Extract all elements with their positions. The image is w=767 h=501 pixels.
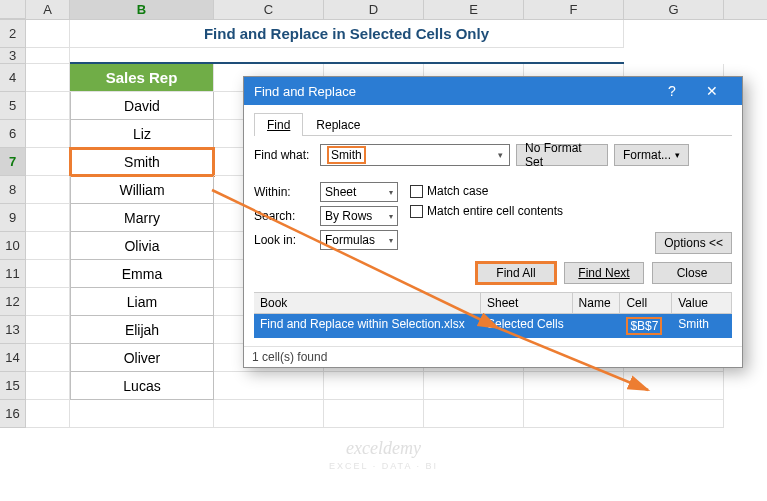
results-sheet: Selected Cells xyxy=(481,314,573,338)
row-header[interactable]: 10 xyxy=(0,232,26,260)
find-what-input[interactable]: Smith ▾ xyxy=(320,144,510,166)
lookin-select[interactable]: Formulas xyxy=(320,230,398,250)
dialog-title: Find and Replace xyxy=(254,84,652,99)
match-entire-label: Match entire cell contents xyxy=(427,204,563,218)
find-all-button[interactable]: Find All xyxy=(476,262,556,284)
results-name xyxy=(573,314,621,338)
col-header-g[interactable]: G xyxy=(624,0,724,19)
within-label: Within: xyxy=(254,185,314,199)
search-label: Search: xyxy=(254,209,314,223)
status-bar: 1 cell(s) found xyxy=(244,346,742,367)
table-row-selected[interactable]: Smith xyxy=(70,148,214,176)
results-header-sheet[interactable]: Sheet xyxy=(481,293,573,313)
find-next-button[interactable]: Find Next xyxy=(564,262,644,284)
find-replace-dialog: Find and Replace ? ✕ Find Replace Find w… xyxy=(243,76,743,368)
results-book: Find and Replace within Selection.xlsx xyxy=(254,314,481,338)
col-header-f[interactable]: F xyxy=(524,0,624,19)
options-button[interactable]: Options << xyxy=(655,232,732,254)
table-row[interactable]: Liam xyxy=(70,288,214,316)
col-header-b[interactable]: B xyxy=(70,0,214,19)
row-header[interactable]: 6 xyxy=(0,120,26,148)
watermark: exceldemy xyxy=(346,438,421,459)
match-entire-checkbox[interactable] xyxy=(410,205,423,218)
row-header[interactable]: 7 xyxy=(0,148,26,176)
table-row[interactable]: David xyxy=(70,92,214,120)
match-case-checkbox[interactable] xyxy=(410,185,423,198)
table-row[interactable]: William xyxy=(70,176,214,204)
results-header-name[interactable]: Name xyxy=(573,293,621,313)
table-row[interactable]: Elijah xyxy=(70,316,214,344)
row-header[interactable]: 3 xyxy=(0,48,26,64)
results-cell: $B$7 xyxy=(620,314,672,338)
row-header[interactable]: 11 xyxy=(0,260,26,288)
search-select[interactable]: By Rows xyxy=(320,206,398,226)
row-header[interactable]: 16 xyxy=(0,400,26,428)
table-row[interactable]: Marry xyxy=(70,204,214,232)
format-button[interactable]: Format... xyxy=(614,144,689,166)
page-title: Find and Replace in Selected Cells Only xyxy=(70,20,624,48)
table-row[interactable]: Oliver xyxy=(70,344,214,372)
lookin-label: Look in: xyxy=(254,233,314,247)
row-header[interactable]: 5 xyxy=(0,92,26,120)
row-header[interactable]: 12 xyxy=(0,288,26,316)
col-header-a[interactable]: A xyxy=(26,0,70,19)
tab-replace[interactable]: Replace xyxy=(303,113,373,136)
tab-find[interactable]: Find xyxy=(254,113,303,136)
dialog-tabs: Find Replace xyxy=(254,113,732,136)
results-header-book[interactable]: Book xyxy=(254,293,481,313)
col-header-e[interactable]: E xyxy=(424,0,524,19)
row-header[interactable]: 4 xyxy=(0,64,26,92)
column-headers: A B C D E F G xyxy=(0,0,767,20)
help-icon[interactable]: ? xyxy=(652,83,692,99)
results-row[interactable]: Find and Replace within Selection.xlsx S… xyxy=(254,314,732,338)
table-row[interactable]: Liz xyxy=(70,120,214,148)
corner-cell[interactable] xyxy=(0,0,26,19)
no-format-button[interactable]: No Format Set xyxy=(516,144,608,166)
find-what-value: Smith xyxy=(327,146,366,164)
col-header-d[interactable]: D xyxy=(324,0,424,19)
find-what-label: Find what: xyxy=(254,148,314,162)
row-header[interactable]: 14 xyxy=(0,344,26,372)
row-header[interactable]: 8 xyxy=(0,176,26,204)
close-icon[interactable]: ✕ xyxy=(692,83,732,99)
match-case-label: Match case xyxy=(427,184,488,198)
table-row[interactable]: Emma xyxy=(70,260,214,288)
table-row[interactable]: Olivia xyxy=(70,232,214,260)
table-header[interactable]: Sales Rep xyxy=(70,64,214,92)
row-header[interactable]: 9 xyxy=(0,204,26,232)
row-header[interactable]: 13 xyxy=(0,316,26,344)
dialog-titlebar[interactable]: Find and Replace ? ✕ xyxy=(244,77,742,105)
row-header[interactable]: 15 xyxy=(0,372,26,400)
results-header-value[interactable]: Value xyxy=(672,293,732,313)
results-list: Book Sheet Name Cell Value Find and Repl… xyxy=(254,292,732,338)
table-row[interactable]: Lucas xyxy=(70,372,214,400)
results-header-cell[interactable]: Cell xyxy=(620,293,672,313)
within-select[interactable]: Sheet xyxy=(320,182,398,202)
row-header[interactable]: 2 xyxy=(0,20,26,48)
watermark-sub: EXCEL · DATA · BI xyxy=(329,461,438,471)
results-value: Smith xyxy=(672,314,732,338)
col-header-c[interactable]: C xyxy=(214,0,324,19)
chevron-down-icon[interactable]: ▾ xyxy=(498,150,503,160)
close-button[interactable]: Close xyxy=(652,262,732,284)
